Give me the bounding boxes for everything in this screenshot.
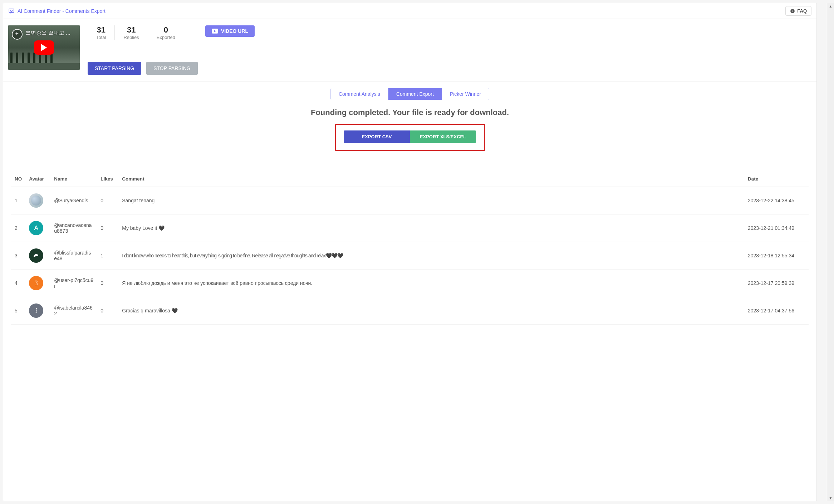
cell-likes: 0 bbox=[97, 214, 118, 242]
scroll-down-arrow[interactable]: ▼ bbox=[827, 495, 834, 501]
comments-table-wrap: NO Avatar Name Likes Comment Date 1 @Sur… bbox=[3, 162, 816, 325]
table-row: 1 @SuryaGendis 0 Sangat tenang 2023-12-2… bbox=[11, 187, 809, 214]
col-header-date: Date bbox=[744, 176, 809, 187]
cell-likes: 0 bbox=[97, 270, 118, 297]
faq-button[interactable]: ? FAQ bbox=[785, 6, 811, 16]
cell-likes: 0 bbox=[97, 187, 118, 214]
cell-avatar bbox=[25, 187, 50, 214]
tab-comment-export[interactable]: Comment Export bbox=[388, 88, 442, 100]
start-parsing-button[interactable]: START PARSING bbox=[88, 62, 141, 75]
cell-no: 4 bbox=[11, 270, 25, 297]
table-row: 3 @blissfulparadise48 1 I don't know who… bbox=[11, 242, 809, 270]
col-header-likes: Likes bbox=[97, 176, 118, 187]
tab-comment-analysis[interactable]: Comment Analysis bbox=[331, 88, 388, 100]
svg-point-7 bbox=[37, 254, 38, 255]
export-highlight-box: EXPORT CSV EXPORT XLS/EXCEL bbox=[335, 124, 485, 151]
help-icon: ? bbox=[790, 9, 795, 14]
scroll-up-arrow[interactable]: ▲ bbox=[827, 3, 834, 9]
stat-exported: 0 Exported bbox=[148, 25, 184, 40]
tabs-wrap: Comment Analysis Comment Export Picker W… bbox=[3, 81, 816, 100]
cell-date: 2023-12-18 12:55:34 bbox=[744, 242, 809, 270]
stat-total-label: Total bbox=[96, 35, 106, 40]
panel-header: AI Comment Finder - Comments Export ? FA… bbox=[3, 3, 816, 19]
cell-comment: Я не люблю дождь и меня это не успокаива… bbox=[118, 270, 744, 297]
main-panel: AI Comment Finder - Comments Export ? FA… bbox=[3, 3, 817, 501]
cell-likes: 1 bbox=[97, 242, 118, 270]
cell-comment: I don't know who needs to hear this, but… bbox=[118, 242, 744, 270]
stat-total: 31 Total bbox=[88, 25, 114, 40]
export-csv-button[interactable]: EXPORT CSV bbox=[344, 130, 410, 143]
tabs: Comment Analysis Comment Export Picker W… bbox=[330, 88, 489, 100]
stat-exported-label: Exported bbox=[157, 35, 175, 40]
svg-point-2 bbox=[12, 10, 13, 11]
table-row: 5 i @isabelarcila8462 0 Gracias q maravi… bbox=[11, 297, 809, 325]
video-url-label: VIDEO URL bbox=[221, 28, 248, 34]
video-thumbnail[interactable]: 불면증을 끝내고 ... bbox=[8, 25, 80, 70]
thumbnail-title: 불면증을 끝내고 ... bbox=[25, 30, 78, 36]
scrollbar[interactable]: ▲ ▼ bbox=[827, 3, 834, 501]
stop-parsing-button[interactable]: STOP PARSING bbox=[146, 62, 197, 75]
cell-comment: My baby Love it 🖤 bbox=[118, 214, 744, 242]
col-header-avatar: Avatar bbox=[25, 176, 50, 187]
table-row: 2 A @ancanovacenau8873 0 My baby Love it… bbox=[11, 214, 809, 242]
panel-title: AI Comment Finder - Comments Export bbox=[8, 8, 106, 14]
comments-table: NO Avatar Name Likes Comment Date 1 @Sur… bbox=[11, 176, 809, 325]
cell-name: @SuryaGendis bbox=[50, 187, 97, 214]
svg-point-1 bbox=[10, 10, 11, 11]
faq-label: FAQ bbox=[797, 8, 807, 14]
svg-text:?: ? bbox=[792, 9, 794, 13]
stat-replies-num: 31 bbox=[123, 25, 139, 35]
parse-buttons-row: START PARSING STOP PARSING bbox=[88, 62, 816, 81]
avatar: З bbox=[29, 276, 43, 290]
avatar bbox=[29, 193, 43, 208]
cell-comment: Sangat tenang bbox=[118, 187, 744, 214]
cell-date: 2023-12-22 14:38:45 bbox=[744, 187, 809, 214]
svg-rect-0 bbox=[9, 9, 14, 13]
cell-likes: 0 bbox=[97, 297, 118, 325]
cell-avatar: A bbox=[25, 214, 50, 242]
cell-avatar bbox=[25, 242, 50, 270]
cell-name: @blissfulparadise48 bbox=[50, 242, 97, 270]
avatar bbox=[29, 248, 43, 263]
video-url-button[interactable]: VIDEO URL bbox=[205, 25, 255, 37]
cell-avatar: i bbox=[25, 297, 50, 325]
tab-picker-winner[interactable]: Picker Winner bbox=[442, 88, 489, 100]
col-header-no: NO bbox=[11, 176, 25, 187]
export-xls-button[interactable]: EXPORT XLS/EXCEL bbox=[410, 130, 476, 143]
cell-no: 2 bbox=[11, 214, 25, 242]
cell-name: @ancanovacenau8873 bbox=[50, 214, 97, 242]
table-row: 4 З @user-pi7qc5cu9r 0 Я не люблю дождь … bbox=[11, 270, 809, 297]
cell-no: 5 bbox=[11, 297, 25, 325]
cell-name: @isabelarcila8462 bbox=[50, 297, 97, 325]
avatar: i bbox=[29, 303, 43, 318]
stat-total-num: 31 bbox=[96, 25, 106, 35]
avatar: A bbox=[29, 221, 43, 235]
cell-no: 1 bbox=[11, 187, 25, 214]
stat-replies: 31 Replies bbox=[114, 25, 147, 40]
bird-icon bbox=[32, 252, 40, 260]
panel-title-text: AI Comment Finder - Comments Export bbox=[18, 8, 106, 14]
col-header-comment: Comment bbox=[118, 176, 744, 187]
compass-icon bbox=[12, 29, 23, 40]
cell-date: 2023-12-21 01:34:49 bbox=[744, 214, 809, 242]
cell-name: @user-pi7qc5cu9r bbox=[50, 270, 97, 297]
cell-no: 3 bbox=[11, 242, 25, 270]
stats-row: 31 Total 31 Replies 0 Exported bbox=[88, 25, 184, 40]
status-message: Founding completed. Your file is ready f… bbox=[3, 100, 816, 124]
cell-avatar: З bbox=[25, 270, 50, 297]
youtube-icon bbox=[212, 29, 218, 34]
col-header-name: Name bbox=[50, 176, 97, 187]
comment-icon bbox=[8, 8, 15, 14]
play-icon[interactable] bbox=[34, 40, 54, 55]
cell-comment: Gracias q maravillosa 🖤 bbox=[118, 297, 744, 325]
cell-date: 2023-12-17 20:59:39 bbox=[744, 270, 809, 297]
cell-date: 2023-12-17 04:37:56 bbox=[744, 297, 809, 325]
stat-exported-num: 0 bbox=[157, 25, 175, 35]
stat-replies-label: Replies bbox=[123, 35, 139, 40]
